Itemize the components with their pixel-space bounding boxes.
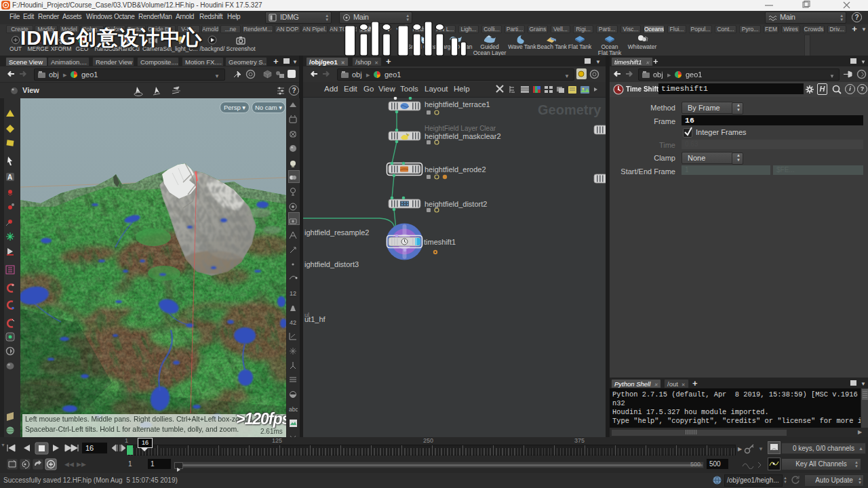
svg-text:A: A <box>7 174 12 181</box>
svg-text:abc: abc <box>289 406 298 413</box>
svg-text:42: 42 <box>290 319 296 326</box>
svg-text:12: 12 <box>290 290 296 297</box>
